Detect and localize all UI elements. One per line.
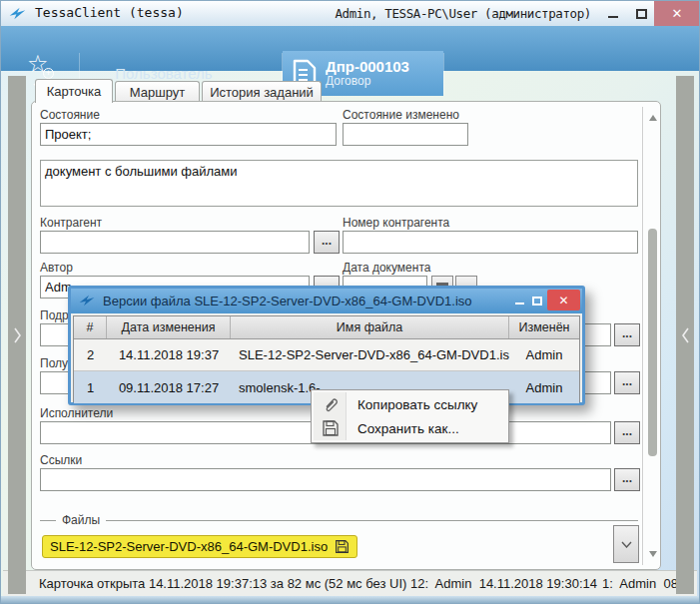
file-name: SLE-12-SP2-Server-DVD-x86_64-GM-DVD1.iso [50,539,328,554]
author-label: Автор [40,261,73,275]
context-menu: Копировать ссылку Сохранить как... [311,389,509,443]
chevron-right-icon [13,327,22,343]
contractor-input[interactable] [40,231,310,254]
current-user-info: Admin, TESSA-PC\User (администратор) [335,6,591,21]
window-bottom-border [1,596,699,603]
dialog-title: Версии файла SLE-12-SP2-Server-DVD-x86_6… [103,294,472,308]
files-group-label: Файлы [56,513,106,527]
menu-item-label: Сохранить как... [357,421,459,436]
menu-item-copy-link[interactable]: Копировать ссылку [314,392,506,416]
file-versions-dialog: Версии файла SLE-12-SP2-Server-DVD-x86_6… [68,286,585,405]
maximize-icon [636,9,647,19]
cell-modified-by: Admin [509,347,579,362]
cell-modified-by: Admin [509,380,579,395]
links-input[interactable] [40,468,611,491]
state-changed-input[interactable] [343,123,468,146]
maximize-button[interactable] [628,1,654,26]
maximize-icon [532,297,542,305]
files-expand-button[interactable] [613,525,639,563]
department-label: Подр [40,308,69,322]
main-toolbar: ☆ + Пользователь Дпр-000103 Договор [1,26,699,71]
dialog-minimize-button[interactable] [511,289,527,313]
contractor-label: Контрагент [40,216,102,230]
file-item[interactable]: SLE-12-SP2-Server-DVD-x86_64-GM-DVD1.iso [42,535,357,558]
menu-item-label: Копировать ссылку [357,397,477,412]
column-header-num: # [74,316,107,338]
links-picker-button[interactable]: ... [614,468,640,491]
app-logo-icon [9,5,26,22]
contractor-picker-button[interactable]: ... [314,231,340,254]
add-plus-icon: + [43,68,54,79]
chevron-down-icon [621,541,632,548]
save-icon [335,539,350,554]
document-tab-labels: Дпр-000103 Договор [326,58,409,89]
performers-picker-button[interactable]: ... [614,421,640,444]
scroll-down-icon[interactable] [649,551,657,557]
status-bar: Карточка открыта 14.11.2018 19:37:13 за … [3,570,697,596]
status-session-info: 12: Admin 14.11.2018 19:30:14 [410,576,597,591]
doc-date-label: Дата документа [343,261,430,275]
dialog-title-bar: Версии файла SLE-12-SP2-Server-DVD-x86_6… [71,289,582,313]
contractor-number-label: Номер контрагента [343,216,449,230]
document-type: Договор [326,75,409,89]
department-picker-button[interactable]: ... [614,323,640,346]
recipient-label: Полу [40,356,68,370]
cell-filename: SLE-12-SP2-Server-DVD-x86_64-GM-DVD1.iso [231,347,509,362]
column-header-modified-by: Изменён [509,316,579,338]
links-label: Ссылки [40,453,82,467]
cell-date: 09.11.2018 17:27 [107,380,231,395]
minimize-icon [608,16,618,18]
recipient-picker-button[interactable]: ... [614,371,640,394]
cell-num: 2 [74,347,107,362]
contractor-number-input[interactable] [343,231,638,254]
left-panel-expander[interactable] [8,76,26,594]
column-header-filename: Имя файла [231,316,509,338]
right-panel-expander[interactable] [676,76,694,594]
status-card-opened: Карточка открыта 14.11.2018 19:37:13 за … [39,576,406,591]
document-number: Дпр-000103 [326,58,409,75]
title-bar: TessaClient (tessa) Admin, TESSA-PC\User… [1,1,699,26]
tab-task-history[interactable]: История заданий [202,81,322,102]
save-icon [322,419,340,437]
minimize-icon [515,302,524,304]
files-group: Файлы SLE-12-SP2-Server-DVD-x86_64-GM-DV… [40,520,638,569]
scrollbar-thumb[interactable] [648,229,657,456]
state-label: Состояние [40,108,100,122]
window-title: TessaClient (tessa) [35,5,184,20]
app-logo-icon [79,293,95,308]
close-button[interactable]: ✕ [654,1,700,26]
tab-card[interactable]: Карточка [35,79,113,103]
toolbar-separator [443,53,444,94]
minimize-button[interactable] [600,1,626,26]
cell-num: 1 [74,380,107,395]
performers-label: Исполнители [40,406,113,420]
app-window: TessaClient (tessa) Admin, TESSA-PC\User… [0,0,700,604]
chevron-left-icon [681,327,690,343]
scroll-up-icon[interactable] [649,115,657,121]
dialog-maximize-button[interactable] [529,289,545,313]
dialog-close-button[interactable]: ✕ [547,290,580,310]
state-input[interactable] [40,123,337,146]
table-header: # Дата изменения Имя файла Изменён [74,316,579,339]
description-textarea[interactable]: документ с большими файлами [40,160,638,207]
table-row[interactable]: 2 14.11.2018 19:37 SLE-12-SP2-Server-DVD… [74,339,579,371]
menu-item-save-as[interactable]: Сохранить как... [314,416,506,440]
form-scrollbar[interactable] [642,107,661,565]
tab-route[interactable]: Маршрут [115,81,200,102]
paperclip-icon [322,395,340,413]
column-header-date: Дата изменения [107,316,231,338]
cell-date: 14.11.2018 19:37 [107,347,231,362]
state-changed-label: Состояние изменено [343,108,459,122]
